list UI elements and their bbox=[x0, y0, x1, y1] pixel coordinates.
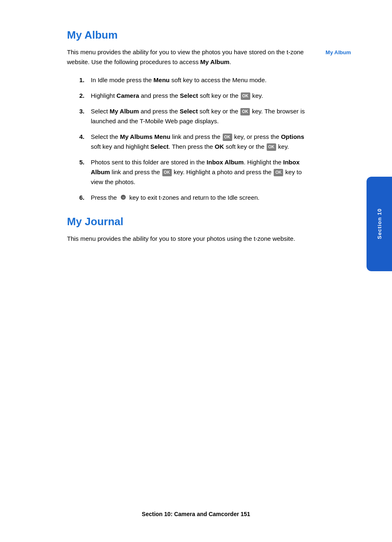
page: My Album Section 10 My Album This menu p… bbox=[0, 0, 392, 542]
my-album-title: My Album bbox=[67, 29, 351, 42]
step-1-number: 1. bbox=[79, 75, 88, 85]
my-journal-intro: This menu provides the ability for you t… bbox=[67, 234, 309, 244]
section-tab: Section 10 bbox=[367, 177, 392, 271]
step-3-content: Select My Album and press the Select sof… bbox=[91, 106, 314, 126]
ok-badge-5a: OK bbox=[162, 169, 172, 176]
step-5-number: 5. bbox=[79, 157, 88, 167]
section-tab-text: Section 10 bbox=[376, 208, 383, 239]
page-footer: Section 10: Camera and Camcorder 151 bbox=[0, 511, 392, 517]
ok-badge-4b: OK bbox=[267, 143, 276, 151]
my-album-intro: This menu provides the ability for you t… bbox=[67, 47, 309, 67]
step-4-number: 4. bbox=[79, 132, 88, 142]
ok-badge-5b: OK bbox=[274, 169, 283, 176]
step-6: 6. Press the ☏ key to exit t-zones and r… bbox=[79, 193, 314, 203]
step-3-number: 3. bbox=[79, 106, 88, 116]
step-6-number: 6. bbox=[79, 193, 88, 203]
step-6-content: Press the ☏ key to exit t-zones and retu… bbox=[91, 193, 314, 203]
my-journal-title: My Journal bbox=[67, 215, 351, 228]
step-4: 4. Select the My Albums Menu link and pr… bbox=[79, 132, 314, 152]
step-3: 3. Select My Album and press the Select … bbox=[79, 106, 314, 126]
step-2-content: Highlight Camera and press the Select so… bbox=[91, 91, 314, 101]
step-2-number: 2. bbox=[79, 91, 88, 101]
steps-list: 1. In Idle mode press the Menu soft key … bbox=[79, 75, 314, 203]
step-2: 2. Highlight Camera and press the Select… bbox=[79, 91, 314, 101]
ok-badge-3: OK bbox=[240, 108, 250, 115]
header-section-label: My Album bbox=[325, 49, 351, 55]
step-1: 1. In Idle mode press the Menu soft key … bbox=[79, 75, 314, 85]
ok-badge-4a: OK bbox=[223, 134, 232, 141]
ok-badge-2: OK bbox=[241, 92, 250, 100]
step-5: 5. Photos sent to this folder are stored… bbox=[79, 157, 314, 187]
svg-text:☏: ☏ bbox=[121, 196, 125, 199]
step-5-content: Photos sent to this folder are stored in… bbox=[91, 157, 314, 187]
end-call-icon: ☏ bbox=[120, 193, 127, 203]
step-4-content: Select the My Albums Menu link and press… bbox=[91, 132, 314, 152]
step-1-content: In Idle mode press the Menu soft key to … bbox=[91, 75, 314, 85]
